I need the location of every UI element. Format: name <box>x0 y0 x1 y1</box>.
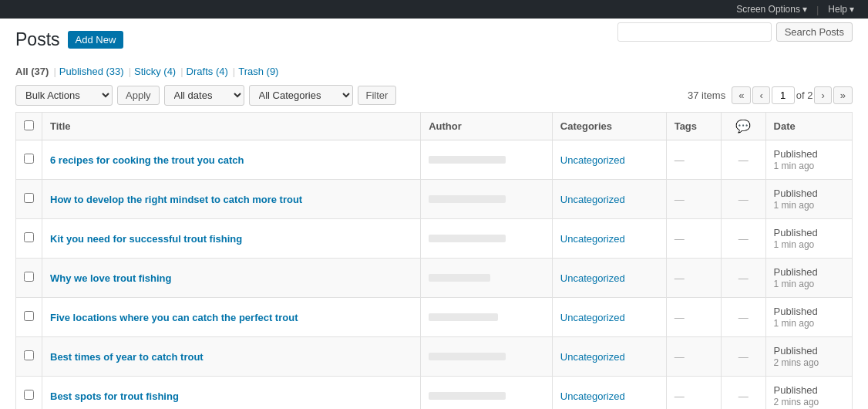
table-header: Title Author Categories Tags 💬 Date <box>16 113 853 140</box>
row-checkbox-cell[interactable] <box>16 337 42 377</box>
post-title-cell: Five locations where you can catch the p… <box>42 298 421 337</box>
post-tags-cell: — <box>666 337 721 377</box>
row-checkbox[interactable] <box>24 193 34 203</box>
post-category-link[interactable]: Uncategorized <box>560 351 625 363</box>
categories-filter-select[interactable]: All Categories <box>249 85 353 106</box>
filter-button[interactable]: Filter <box>358 86 397 105</box>
row-checkbox[interactable] <box>24 232 34 242</box>
sticky-posts-link[interactable]: Sticky (4) <box>134 66 176 77</box>
post-date-cell: Published 1 min ago <box>765 298 852 337</box>
table-header-row: Title Author Categories Tags 💬 Date <box>16 113 853 140</box>
published-posts-link[interactable]: Published (33) <box>59 66 124 77</box>
post-title-link[interactable]: Best times of year to catch trout <box>50 351 204 363</box>
row-checkbox-cell[interactable] <box>16 140 42 180</box>
author-placeholder <box>429 235 506 242</box>
post-tags-cell: — <box>666 180 721 219</box>
posts-table: Title Author Categories Tags 💬 Date 6 re… <box>15 112 853 409</box>
comments-value: — <box>738 351 749 363</box>
post-category-link[interactable]: Uncategorized <box>560 194 625 205</box>
dates-filter-select[interactable]: All dates <box>164 85 244 106</box>
table-row: Best spots for trout fishing Uncategoriz… <box>16 377 853 410</box>
last-page-button[interactable]: » <box>833 86 853 104</box>
post-title-link[interactable]: Best spots for trout fishing <box>50 390 179 402</box>
items-count: 37 items <box>688 90 725 101</box>
tags-value: — <box>675 194 685 205</box>
admin-top-bar: Screen Options ▾ | Help ▾ <box>0 0 868 19</box>
all-posts-link[interactable]: All (37) <box>15 66 49 77</box>
row-checkbox-cell[interactable] <box>16 219 42 259</box>
add-new-button[interactable]: Add New <box>68 31 124 49</box>
row-checkbox[interactable] <box>24 154 34 164</box>
tags-value: — <box>675 351 685 363</box>
next-page-button[interactable]: › <box>814 86 831 104</box>
date-ago: 1 min ago <box>774 279 815 289</box>
table-row: Best times of year to catch trout Uncate… <box>16 337 853 377</box>
date-status: Published <box>774 188 818 199</box>
title-sort-link[interactable]: Title <box>50 120 71 132</box>
post-date-cell: Published 1 min ago <box>765 180 852 219</box>
post-categories-cell: Uncategorized <box>552 180 666 219</box>
date-ago: 2 mins ago <box>774 357 819 368</box>
screen-options-button[interactable]: Screen Options ▾ <box>730 4 813 15</box>
post-title-cell: Why we love trout fishing <box>42 259 421 298</box>
post-comments-cell: — <box>721 259 765 298</box>
post-author-cell <box>421 377 553 410</box>
post-author-cell <box>421 259 553 298</box>
row-checkbox-cell[interactable] <box>16 298 42 337</box>
drafts-posts-link[interactable]: Drafts (4) <box>187 66 228 77</box>
post-title-link[interactable]: 6 recipes for cooking the trout you catc… <box>50 154 244 166</box>
post-category-link[interactable]: Uncategorized <box>560 272 625 284</box>
row-checkbox[interactable] <box>24 272 34 282</box>
post-categories-cell: Uncategorized <box>552 337 666 377</box>
table-nav-top: Bulk Actions Apply All dates All Categor… <box>15 85 853 106</box>
date-status: Published <box>774 345 818 357</box>
post-title-cell: Best times of year to catch trout <box>42 337 421 377</box>
post-category-link[interactable]: Uncategorized <box>560 312 625 323</box>
trash-posts-link[interactable]: Trash (9) <box>238 66 278 77</box>
published-posts-nav-item: Published (33) | <box>59 66 134 77</box>
post-title-link[interactable]: Kit you need for successful trout fishin… <box>50 233 242 245</box>
date-column-header[interactable]: Date <box>765 113 852 140</box>
row-checkbox-cell[interactable] <box>16 180 42 219</box>
post-title-cell: How to develop the right mindset to catc… <box>42 180 421 219</box>
author-placeholder <box>429 313 498 321</box>
title-column-header[interactable]: Title <box>42 113 421 140</box>
row-checkbox[interactable] <box>24 390 34 400</box>
search-input[interactable] <box>617 22 772 42</box>
row-checkbox-cell[interactable] <box>16 259 42 298</box>
row-checkbox-cell[interactable] <box>16 377 42 410</box>
all-posts-nav-item: All (37) | <box>15 66 59 77</box>
row-checkbox[interactable] <box>24 350 34 360</box>
post-status-nav: All (37) | Published (33) | Sticky (4) |… <box>15 66 853 77</box>
post-category-link[interactable]: Uncategorized <box>560 390 625 402</box>
page-header: Posts Add New <box>15 31 123 49</box>
post-category-link[interactable]: Uncategorized <box>560 154 625 166</box>
author-placeholder <box>429 274 490 282</box>
post-categories-cell: Uncategorized <box>552 298 666 337</box>
screen-options-label: Screen Options <box>736 4 800 15</box>
pagination-of: of 2 <box>796 90 813 101</box>
select-all-column-header[interactable] <box>16 113 42 140</box>
post-title-link[interactable]: Five locations where you can catch the p… <box>50 312 298 323</box>
select-all-checkbox[interactable] <box>24 120 34 130</box>
author-placeholder <box>429 156 506 164</box>
help-button[interactable]: Help ▾ <box>822 4 860 15</box>
post-date-cell: Published 2 mins ago <box>765 377 852 410</box>
post-category-link[interactable]: Uncategorized <box>560 233 625 245</box>
post-tags-cell: — <box>666 140 721 180</box>
apply-button[interactable]: Apply <box>117 86 160 105</box>
page-number-input[interactable] <box>772 86 795 104</box>
post-title-link[interactable]: How to develop the right mindset to catc… <box>50 194 302 205</box>
date-sort-link[interactable]: Date <box>774 120 796 132</box>
author-placeholder <box>429 353 506 360</box>
row-checkbox[interactable] <box>24 311 34 321</box>
search-posts-button[interactable]: Search Posts <box>776 22 853 42</box>
prev-page-button[interactable]: ‹ <box>752 86 769 104</box>
trash-posts-nav-item: Trash (9) <box>238 66 278 77</box>
table-row: How to develop the right mindset to catc… <box>16 180 853 219</box>
post-title-link[interactable]: Why we love trout fishing <box>50 272 171 284</box>
bulk-actions-select[interactable]: Bulk Actions <box>15 85 113 106</box>
page-wrap: Posts Add New Search Posts All (37) | Pu… <box>0 19 868 409</box>
date-status: Published <box>774 306 818 317</box>
first-page-button[interactable]: « <box>732 86 751 104</box>
